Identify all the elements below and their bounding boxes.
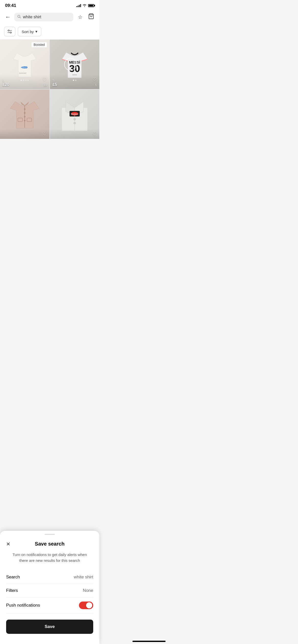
svg-rect-9: [22, 67, 27, 68]
product-info: L £20 ♡ 10: [0, 74, 49, 89]
wifi-icon: [83, 4, 87, 8]
svg-point-20: [24, 120, 25, 121]
chevron-down-icon: ▾: [35, 29, 37, 34]
product-size: S: [52, 79, 57, 82]
boosted-badge: Boosted: [32, 42, 47, 47]
product-info: ♡: [50, 129, 99, 139]
product-card[interactable]: mont·bell Boosted L £20 ♡ 10: [0, 40, 49, 89]
product-actions: ♡: [92, 131, 97, 137]
play-circle: [64, 58, 77, 71]
svg-point-18: [24, 112, 25, 114]
sort-label: Sort by: [22, 30, 34, 34]
product-size-price: S £5: [52, 79, 57, 87]
svg-point-19: [24, 116, 25, 118]
svg-text:mont·bell: mont·bell: [19, 72, 26, 74]
back-button[interactable]: ←: [4, 13, 12, 21]
svg-point-6: [10, 32, 11, 33]
filter-button[interactable]: [4, 27, 15, 36]
product-info: S £5 ♡ 1: [50, 74, 99, 89]
signal-icon: [76, 4, 81, 7]
product-actions: ♡: [42, 131, 47, 137]
product-price: £5: [52, 82, 57, 87]
like-button[interactable]: ♡: [42, 76, 47, 82]
svg-line-1: [20, 17, 21, 18]
product-size: L: [3, 79, 9, 82]
like-count: 1: [95, 83, 97, 87]
like-button[interactable]: ♡: [42, 131, 47, 137]
product-price: £20: [3, 82, 9, 87]
bookmark-button[interactable]: ☆: [76, 13, 85, 21]
product-card[interactable]: ♡: [0, 90, 49, 139]
like-button[interactable]: ♡: [92, 76, 97, 82]
cart-button[interactable]: [87, 12, 95, 22]
status-icons: [76, 4, 94, 8]
filter-bar: Sort by ▾: [0, 25, 99, 40]
product-info: ♡: [0, 129, 49, 139]
product-card[interactable]: Dickies ♡: [50, 90, 99, 139]
search-icon: [17, 15, 21, 19]
like-count: 10: [44, 83, 47, 87]
svg-point-5: [8, 30, 9, 31]
product-size-price: L £20: [3, 79, 9, 87]
status-bar: 09:41: [0, 0, 99, 10]
search-query: white shirt: [23, 15, 70, 19]
product-actions: ♡ 10: [42, 76, 47, 87]
svg-point-17: [24, 108, 25, 110]
product-grid: mont·bell Boosted L £20 ♡ 10: [0, 40, 99, 139]
product-actions: ♡ 1: [92, 76, 97, 87]
search-bar: ← white shirt ☆: [0, 10, 99, 25]
svg-text:Dickies: Dickies: [71, 113, 78, 115]
status-time: 09:41: [5, 3, 16, 8]
product-card[interactable]: MESSİ 30 ●●●●● S £5 ♡ 1: [50, 40, 99, 89]
search-input-wrap[interactable]: white shirt: [14, 13, 73, 21]
sort-button[interactable]: Sort by ▾: [18, 27, 41, 36]
battery-icon: [88, 4, 94, 7]
like-button[interactable]: ♡: [92, 131, 97, 137]
